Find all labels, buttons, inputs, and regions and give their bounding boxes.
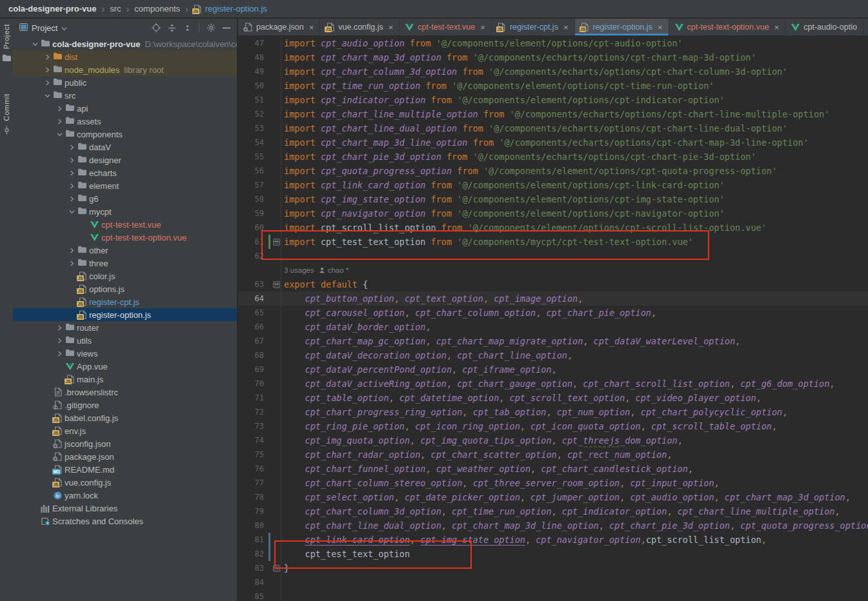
tree-item-other[interactable]: other <box>13 244 237 257</box>
expand-all-icon[interactable] <box>168 24 176 32</box>
code-line-76[interactable]: 76 cpt_chart_funnel_option, cpt_weather_… <box>238 462 868 476</box>
code-line-79[interactable]: 79 cpt_chart_column_3d_option, cpt_time_… <box>238 504 868 518</box>
code-line-83[interactable]: 83} <box>238 561 868 575</box>
code-line-68[interactable]: 68 cpt_dataV_decoration_option, cpt_char… <box>238 348 868 362</box>
chevron-right-icon[interactable] <box>67 248 76 253</box>
line-number[interactable]: 53 <box>238 121 268 135</box>
breadcrumb-item[interactable]: components <box>134 4 180 14</box>
tree-item-cpt-test-text-option.vue[interactable]: cpt-test-text-option.vue <box>13 231 237 244</box>
close-icon[interactable]: × <box>309 23 314 32</box>
code-line-65[interactable]: 65 cpt_carousel_option, cpt_chart_column… <box>238 306 868 320</box>
tab-package.json[interactable]: package.json× <box>238 19 320 35</box>
settings-icon[interactable] <box>207 23 216 32</box>
tree-item-components[interactable]: components <box>13 128 237 141</box>
tree-item-vue.config.js[interactable]: JSvue.config.js <box>13 476 237 489</box>
code-line-48[interactable]: 48import cpt_chart_map_3d_option from '@… <box>238 50 868 64</box>
code-editor[interactable]: 47import cpt_audio_option from '@/compon… <box>238 36 868 601</box>
tree-item-app.vue[interactable]: App.vue <box>13 360 237 373</box>
tab-cpt-test-text-option.vue[interactable]: cpt-test-text-option.vue× <box>669 19 786 35</box>
code-line-51[interactable]: 51import cpt_indicator_option from '@/co… <box>238 93 868 107</box>
chevron-right-icon[interactable] <box>43 54 52 60</box>
code-line-84[interactable]: 84 <box>238 575 868 589</box>
tree-item-.browserslistrc[interactable]: .browserslistrc <box>13 386 237 399</box>
chevron-right-icon[interactable] <box>67 261 76 266</box>
tree-item-scratches-and-consoles[interactable]: Scratches and Consoles <box>13 515 237 527</box>
tree-item-babel.config.js[interactable]: JSbabel.config.js <box>13 411 237 424</box>
tree-item-dist[interactable]: dist <box>13 50 237 63</box>
tree-item-register-option.js[interactable]: JSregister-option.js <box>13 308 237 321</box>
collapse-all-icon[interactable] <box>183 24 192 32</box>
line-number[interactable]: 85 <box>238 589 268 601</box>
code-line-71[interactable]: 71 cpt_table_option, cpt_datetime_option… <box>238 391 868 405</box>
line-number[interactable]: 73 <box>238 419 268 433</box>
author-hint[interactable]: chao * <box>319 266 349 274</box>
tree-item-register-cpt.js[interactable]: JSregister-cpt.js <box>13 295 237 308</box>
tab-cpt-audio-optio[interactable]: cpt-audio-optio <box>785 19 863 35</box>
line-number[interactable]: 70 <box>238 377 268 391</box>
line-number[interactable]: 79 <box>238 504 268 518</box>
tree-item-env.js[interactable]: JSenv.js <box>13 424 237 437</box>
chevron-right-icon[interactable] <box>55 119 64 124</box>
code-line-57[interactable]: 57import cpt_link_card_option from '@/co… <box>238 178 868 192</box>
chevron-right-icon[interactable] <box>67 183 76 189</box>
line-number[interactable]: 76 <box>238 462 268 476</box>
fold-marker[interactable] <box>272 235 281 249</box>
code-line-75[interactable]: 75 cpt_chart_radar_option, cpt_chart_sca… <box>238 448 868 462</box>
chevron-right-icon[interactable] <box>55 351 64 357</box>
tree-item-assets[interactable]: assets <box>13 115 237 128</box>
tree-item-package.json[interactable]: package.json <box>13 450 237 463</box>
tree-item-router[interactable]: router <box>13 321 237 334</box>
code-line-72[interactable]: 72 cpt_chart_progress_ring_option, cpt_t… <box>238 405 868 419</box>
line-number[interactable]: 66 <box>238 320 268 334</box>
line-number[interactable]: 51 <box>238 93 268 107</box>
tree-item-main.js[interactable]: JSmain.js <box>13 373 237 386</box>
line-number[interactable]: 61 <box>238 235 268 249</box>
tree-item-color.js[interactable]: JScolor.js <box>13 270 237 282</box>
chevron-down-icon[interactable] <box>61 23 67 33</box>
line-number[interactable]: 57 <box>238 178 268 192</box>
line-number[interactable]: 77 <box>238 476 268 490</box>
code-line-50[interactable]: 50import cpt_time_run_option from '@/com… <box>238 79 868 93</box>
chevron-down-icon[interactable] <box>30 42 39 46</box>
project-panel-title[interactable]: Project <box>32 23 57 33</box>
chevron-right-icon[interactable] <box>67 170 76 176</box>
tree-item-api[interactable]: api <box>13 102 237 115</box>
code-line-63[interactable]: 63export default { <box>238 277 868 291</box>
line-number[interactable]: 80 <box>238 518 268 533</box>
code-line-77[interactable]: 77 cpt_chart_column_stereo_option, cpt_t… <box>238 476 868 490</box>
line-number[interactable] <box>238 263 268 277</box>
code-line-59[interactable]: 59import cpt_navigator_option from '@/co… <box>238 206 868 221</box>
line-number[interactable]: 67 <box>238 334 268 348</box>
fold-marker[interactable] <box>272 561 281 575</box>
line-number[interactable]: 63 <box>238 277 268 291</box>
code-line-60[interactable]: 60import cpt_scroll_list_option from '@/… <box>238 221 868 235</box>
line-number[interactable]: 72 <box>238 405 268 419</box>
tree-item-external-libraries[interactable]: External Libraries <box>13 502 237 515</box>
close-icon[interactable]: × <box>658 23 663 32</box>
line-number[interactable]: 62 <box>238 249 268 263</box>
line-number[interactable]: 64 <box>238 291 268 306</box>
line-number[interactable]: 60 <box>238 221 268 235</box>
code-line-81[interactable]: 81 cpt_link_card_option, cpt_img_state_o… <box>238 533 868 547</box>
line-number[interactable]: 58 <box>238 192 268 206</box>
close-icon[interactable]: × <box>480 23 485 32</box>
chevron-down-icon[interactable] <box>55 132 64 137</box>
chevron-down-icon[interactable] <box>43 94 52 98</box>
chevron-right-icon[interactable] <box>55 106 64 112</box>
chevron-right-icon[interactable] <box>67 196 76 202</box>
tree-item-readme.md[interactable]: MDREADME.md <box>13 463 237 476</box>
chevron-right-icon[interactable] <box>55 338 64 344</box>
code-line-54[interactable]: 54import cpt_chart_map_3d_line_option fr… <box>238 135 868 150</box>
code-line-47[interactable]: 47import cpt_audio_option from '@/compon… <box>238 36 868 50</box>
line-number[interactable]: 59 <box>238 206 268 221</box>
tree-item-three[interactable]: three <box>13 257 237 270</box>
breadcrumb-file[interactable]: register-option.js <box>205 4 267 14</box>
line-number[interactable]: 52 <box>238 107 268 121</box>
fold-marker[interactable] <box>272 277 281 291</box>
line-number[interactable]: 71 <box>238 391 268 405</box>
chevron-down-icon[interactable] <box>67 210 76 214</box>
code-line-82[interactable]: 82 cpt_test_text_option <box>238 547 868 561</box>
breadcrumb-item[interactable]: src <box>110 4 121 14</box>
code-line-64[interactable]: 64 cpt_button_option, cpt_text_option, c… <box>238 291 868 306</box>
code-line-69[interactable]: 69 cpt_dataV_percentPond_option, cpt_ifr… <box>238 362 868 377</box>
